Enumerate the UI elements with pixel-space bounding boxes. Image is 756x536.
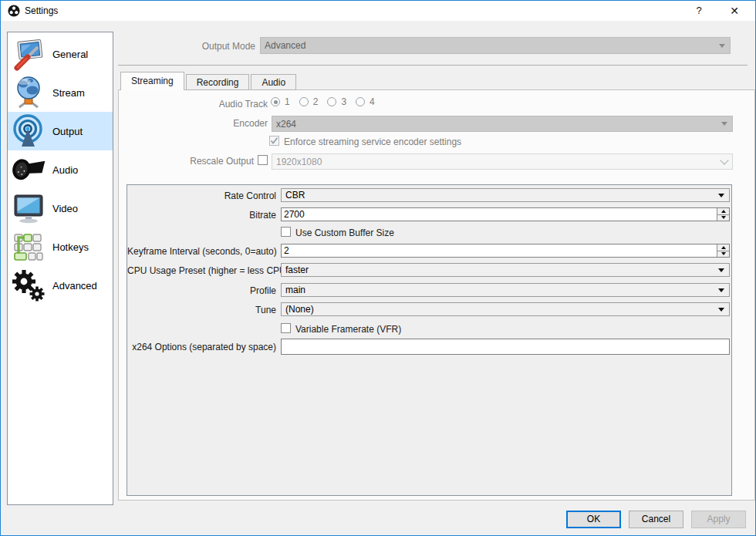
rescale-output-checkbox[interactable]: [258, 155, 268, 165]
arrow-down-icon: [721, 216, 726, 219]
radio-icon: [356, 97, 365, 106]
x264-options-label: x264 Options (separated by space): [127, 342, 276, 352]
sidebar-item-output[interactable]: Output: [8, 112, 113, 150]
x264-options-fieldbox: [281, 339, 730, 355]
radio-icon: [327, 97, 336, 106]
video-icon: [12, 191, 46, 225]
sidebar-item-stream[interactable]: Stream: [8, 73, 113, 112]
sidebar-item-label: Output: [52, 126, 83, 137]
check-icon: [270, 137, 278, 145]
tab-recording[interactable]: Recording: [186, 74, 250, 90]
sidebar-item-advanced[interactable]: Advanced: [8, 266, 113, 305]
sidebar-item-general[interactable]: General: [8, 35, 113, 73]
streaming-tab-pane: Audio Track 1 2 3 4 Encoder x264: [118, 89, 755, 501]
rate-control-label: Rate Control: [127, 190, 276, 201]
sidebar-item-label: Stream: [52, 87, 85, 99]
settings-sidebar: General Stream Output: [7, 32, 113, 505]
radio-icon: [271, 97, 280, 106]
spin-up-button[interactable]: [717, 208, 729, 215]
help-button[interactable]: ?: [686, 1, 712, 21]
chevron-down-icon: [719, 44, 725, 48]
ok-button[interactable]: OK: [566, 511, 621, 528]
window-title: Settings: [25, 5, 58, 16]
chevron-down-icon: [721, 122, 727, 126]
rescale-output-label: Rescale Output: [119, 156, 254, 167]
arrow-up-icon: [721, 210, 726, 213]
general-icon: [12, 37, 46, 71]
cancel-button[interactable]: Cancel: [629, 511, 683, 528]
rescale-resolution-select[interactable]: 1920x1080: [272, 153, 733, 170]
vfr-checkbox[interactable]: [281, 323, 291, 333]
arrow-down-icon: [721, 252, 726, 255]
encoder-settings-group: Rate Control CBR Bitrate Use Custom Buff…: [127, 184, 732, 496]
custom-buffer-checkbox[interactable]: [281, 227, 291, 237]
arrow-up-icon: [721, 246, 726, 249]
tab-audio[interactable]: Audio: [251, 74, 296, 90]
output-mode-label: Output Mode: [118, 41, 255, 52]
sidebar-item-hotkeys[interactable]: Hotkeys: [8, 228, 113, 266]
audio-track-radio-1[interactable]: 1: [271, 96, 290, 107]
sidebar-item-audio[interactable]: Audio: [8, 150, 113, 189]
chevron-down-icon: [720, 156, 728, 164]
rate-control-select[interactable]: CBR: [281, 188, 730, 202]
audio-track-radio-4[interactable]: 4: [356, 96, 375, 107]
enforce-encoder-checkbox[interactable]: [269, 136, 279, 146]
hotkeys-icon: [12, 230, 46, 264]
spin-down-button[interactable]: [717, 215, 729, 221]
output-tabbar: Streaming Recording Audio: [120, 72, 298, 90]
obs-logo-icon: [8, 5, 20, 17]
advanced-icon: [12, 268, 46, 302]
output-mode-select[interactable]: Advanced: [260, 37, 731, 54]
sidebar-item-label: Hotkeys: [52, 241, 89, 253]
tune-label: Tune: [127, 305, 276, 315]
spin-down-button[interactable]: [717, 251, 729, 258]
apply-button[interactable]: Apply: [691, 511, 746, 528]
keyframe-interval-label: Keyframe Interval (seconds, 0=auto): [127, 246, 276, 257]
cpu-preset-label: CPU Usage Preset (higher = less CPU): [127, 265, 276, 276]
profile-select[interactable]: main: [281, 283, 730, 297]
keyframe-spinbox: [281, 244, 730, 258]
spinner-buttons: [717, 244, 729, 257]
tab-streaming[interactable]: Streaming: [120, 72, 184, 90]
stream-icon: [12, 76, 46, 110]
sidebar-item-video[interactable]: Video: [8, 189, 113, 228]
sidebar-item-label: Audio: [52, 164, 78, 176]
audio-icon: [12, 153, 46, 187]
output-icon: [12, 114, 46, 148]
x264-options-input[interactable]: [282, 339, 729, 354]
enforce-encoder-label: Enforce streaming service encoder settin…: [284, 137, 461, 147]
spin-up-button[interactable]: [717, 244, 729, 251]
audio-track-radio-3[interactable]: 3: [327, 96, 346, 107]
tune-select[interactable]: (None): [281, 302, 730, 316]
vfr-label: Variable Framerate (VFR): [295, 324, 401, 335]
bitrate-spinbox: [281, 207, 730, 221]
profile-label: Profile: [127, 285, 276, 296]
title-bar: Settings ? ✕: [1, 1, 755, 21]
custom-buffer-label: Use Custom Buffer Size: [295, 228, 394, 238]
chevron-down-icon: [718, 194, 724, 197]
audio-track-radio-2[interactable]: 2: [299, 96, 319, 107]
audio-track-radio-group: 1 2 3 4: [271, 96, 375, 107]
sidebar-item-label: General: [52, 49, 88, 60]
spinner-buttons: [717, 208, 729, 221]
sidebar-item-label: Video: [52, 203, 78, 214]
close-button[interactable]: ✕: [721, 1, 748, 21]
chevron-down-icon: [718, 308, 724, 312]
section-divider: [118, 65, 748, 66]
settings-window: Settings ? ✕ General: [0, 0, 756, 536]
sidebar-item-label: Advanced: [52, 280, 97, 292]
encoder-label: Encoder: [119, 118, 268, 129]
bitrate-label: Bitrate: [127, 210, 276, 221]
chevron-down-icon: [718, 268, 724, 272]
cpu-preset-select[interactable]: faster: [281, 263, 730, 277]
encoder-select[interactable]: x264: [272, 116, 733, 132]
radio-icon: [299, 97, 309, 106]
bitrate-input[interactable]: [282, 208, 717, 221]
audio-track-label: Audio Track: [119, 99, 268, 110]
chevron-down-icon: [718, 288, 724, 292]
keyframe-input[interactable]: [282, 244, 717, 257]
